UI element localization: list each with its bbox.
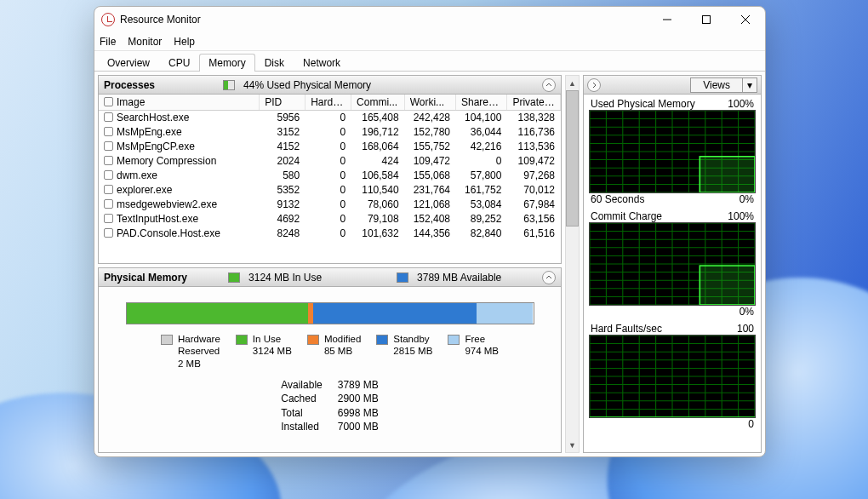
processes-title: Processes <box>104 79 155 91</box>
tab-disk[interactable]: Disk <box>255 54 294 72</box>
table-row[interactable]: MsMpEngCP.exe41520168,064155,75242,21611… <box>99 140 561 154</box>
collapse-processes-icon[interactable] <box>542 78 556 92</box>
row-checkbox[interactable] <box>104 112 113 122</box>
graph-max: 100% <box>728 210 754 222</box>
phys-avail-label: 3789 MB Available <box>417 272 501 284</box>
memory-segment <box>477 303 534 324</box>
views-dropdown-icon[interactable]: ▾ <box>743 79 757 91</box>
phys-inuse-label: 3124 MB In Use <box>248 272 322 284</box>
row-checkbox[interactable] <box>104 228 113 238</box>
tabs: Overview CPU Memory Disk Network <box>94 51 765 72</box>
memory-bar <box>126 302 534 324</box>
column-header[interactable]: PID <box>260 95 306 111</box>
table-row[interactable]: msedgewebview2.exe9132078,060121,06853,0… <box>99 198 561 212</box>
scroll-thumb[interactable] <box>566 90 579 227</box>
available-swatch-icon <box>397 272 408 283</box>
table-row[interactable]: SearchHost.exe59560165,408242,428104,100… <box>99 111 561 125</box>
scroll-down-icon[interactable]: ▼ <box>566 438 579 452</box>
select-all-checkbox[interactable] <box>104 97 113 106</box>
minimize-button[interactable] <box>648 7 687 32</box>
table-row[interactable]: Memory Compression20240424109,4720109,47… <box>99 154 561 169</box>
row-checkbox[interactable] <box>104 199 113 209</box>
row-checkbox[interactable] <box>104 185 113 194</box>
processes-table[interactable]: ImagePIDHard F...Commi...Worki...Sharea.… <box>99 95 561 263</box>
memory-stats: Available Cached Total Installed 3789 MB… <box>99 375 561 442</box>
column-header[interactable]: Image <box>99 95 260 111</box>
menubar: File Monitor Help <box>94 32 765 51</box>
physical-memory-panel: Physical Memory 3124 MB In Use 3789 MB A… <box>98 267 562 453</box>
row-checkbox[interactable] <box>104 214 113 223</box>
row-checkbox[interactable] <box>104 127 113 136</box>
app-icon <box>101 13 115 26</box>
column-header[interactable]: Worki... <box>404 95 455 111</box>
table-row[interactable]: MsMpEng.exe31520196,712152,78036,044116,… <box>99 125 561 140</box>
graph-max: 100% <box>728 98 754 110</box>
graph-title: Hard Faults/sec <box>591 323 662 335</box>
graphs-pane: Views ▾ Used Physical Memory100%60 Secon… <box>583 75 762 453</box>
perf-graph <box>589 110 756 193</box>
menu-file[interactable]: File <box>100 36 116 48</box>
resource-monitor-window: Resource Monitor File Monitor Help Overv… <box>94 6 766 457</box>
titlebar[interactable]: Resource Monitor <box>94 7 765 32</box>
perf-graph <box>589 335 756 418</box>
column-header[interactable]: Sharea... <box>456 95 507 111</box>
column-header[interactable]: Commi... <box>351 95 405 111</box>
table-row[interactable]: TextInputHost.exe4692079,108152,40889,25… <box>99 212 561 227</box>
graph-title: Commit Charge <box>591 210 662 222</box>
views-button[interactable]: Views ▾ <box>690 77 757 93</box>
svg-rect-1 <box>703 16 711 24</box>
maximize-button[interactable] <box>687 7 726 32</box>
row-checkbox[interactable] <box>104 141 113 151</box>
menu-help[interactable]: Help <box>174 36 195 48</box>
memory-segment <box>313 303 477 324</box>
processes-panel: Processes 44% Used Physical Memory Image… <box>98 75 562 264</box>
table-row[interactable]: dwm.exe5800106,584155,06857,80097,268 <box>99 169 561 183</box>
row-checkbox[interactable] <box>104 156 113 165</box>
main-scrollbar[interactable]: ▲ ▼ <box>565 75 580 453</box>
expand-graphs-icon[interactable] <box>587 78 601 92</box>
perf-graph <box>589 222 756 306</box>
column-header[interactable]: Private ... <box>507 95 561 111</box>
physical-memory-header[interactable]: Physical Memory 3124 MB In Use 3789 MB A… <box>99 268 561 287</box>
processes-subtitle: 44% Used Physical Memory <box>243 79 371 91</box>
processes-header[interactable]: Processes 44% Used Physical Memory <box>99 76 561 95</box>
collapse-physmem-icon[interactable] <box>542 271 556 284</box>
column-header[interactable]: Hard F... <box>306 95 351 111</box>
window-title: Resource Monitor <box>120 14 201 26</box>
close-button[interactable] <box>726 7 765 32</box>
menu-monitor[interactable]: Monitor <box>128 36 162 48</box>
tab-overview[interactable]: Overview <box>98 54 159 72</box>
table-row[interactable]: PAD.Console.Host.exe82480101,632144,3568… <box>99 227 561 241</box>
tab-network[interactable]: Network <box>294 54 350 72</box>
memory-legend: HardwareReserved2 MB In Use3124 MB Modif… <box>99 333 561 375</box>
table-row[interactable]: explorer.exe53520110,540231,764161,75270… <box>99 183 561 198</box>
scroll-up-icon[interactable]: ▲ <box>566 76 579 90</box>
graph-title: Used Physical Memory <box>591 98 695 110</box>
tab-cpu[interactable]: CPU <box>159 54 199 72</box>
row-checkbox[interactable] <box>104 170 113 180</box>
phys-title: Physical Memory <box>104 272 187 284</box>
memory-usage-meter-icon <box>223 80 235 90</box>
inuse-swatch-icon <box>228 272 240 283</box>
tab-memory[interactable]: Memory <box>199 54 254 72</box>
graph-max: 100 <box>737 323 754 335</box>
memory-segment <box>127 303 308 324</box>
